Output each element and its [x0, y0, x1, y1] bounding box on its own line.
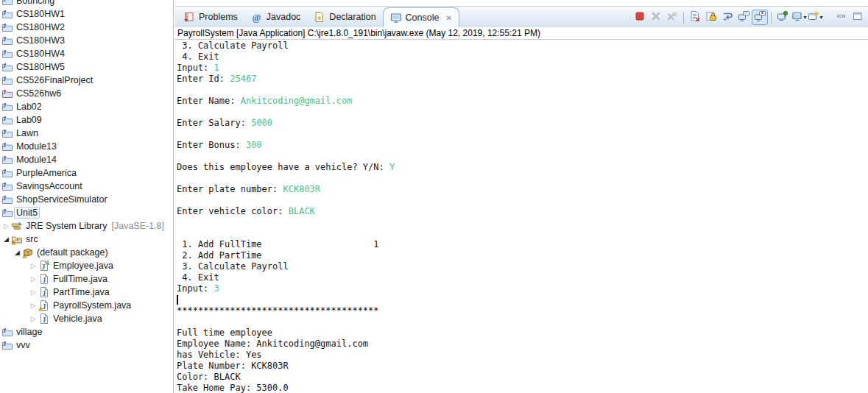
tab-javadoc[interactable]: @Javadoc: [244, 7, 308, 27]
console-line: Employee Name: Ankitcoding@gmail.com: [177, 339, 868, 350]
svg-text:J: J: [43, 277, 46, 284]
tree-item-unit5[interactable]: JUnit5: [0, 206, 173, 219]
expander-expanded-icon[interactable]: ◢: [13, 246, 22, 259]
console-line: Take Home Pay: 5300.0: [177, 383, 868, 393]
console-line: [177, 85, 868, 96]
tree-item-lawn[interactable]: JLawn: [0, 127, 173, 140]
display-console-button[interactable]: ▾: [791, 10, 807, 25]
view-window-buttons: [833, 10, 866, 25]
tree-item-label: CS180HW5: [14, 61, 67, 73]
tree-item-label: Vehicle.java: [51, 313, 105, 325]
show-stdout-button[interactable]: [735, 10, 752, 25]
show-stderr-button[interactable]: [752, 10, 768, 25]
pin-console-button[interactable]: [775, 10, 791, 25]
tree-item-village[interactable]: Jvillage: [0, 325, 173, 339]
clear-console-button[interactable]: [687, 10, 703, 25]
tree-item-label: Module13: [14, 141, 59, 152]
java-project-icon: J: [1, 74, 14, 86]
console-output[interactable]: 3. Calculate Payroll 4. ExitInput: 1Ente…: [174, 40, 868, 393]
tree-item-default-package[interactable]: ◢(default package): [0, 246, 173, 259]
tree-item-label: Lab09: [14, 114, 44, 126]
tree-item-cs526finalproject[interactable]: JCS526FinalProject: [0, 74, 173, 87]
open-console-button[interactable]: ▾: [807, 10, 823, 25]
tree-item-module14[interactable]: JModule14: [0, 153, 173, 166]
tree-item-vehicle-java[interactable]: ▷JVehicle.java: [0, 312, 173, 325]
console-line: [177, 151, 868, 162]
tree-item-label: Module14: [14, 154, 59, 166]
tree-item-payrollsystem-java[interactable]: ▷JPayrollSystem.java: [0, 299, 173, 312]
tab-label: Javadoc: [267, 12, 301, 22]
tree-item-label: PartTime.java: [51, 286, 112, 298]
tree-item-parttime-java[interactable]: ▷JPartTime.java: [0, 286, 173, 299]
tab-problems[interactable]: Problems: [177, 7, 244, 27]
tree-item-cs180hw1[interactable]: JCS180HW1: [0, 7, 173, 21]
tree-item-purpleamerica[interactable]: JPurpleAmerica: [0, 166, 173, 180]
open-console-icon: [808, 10, 819, 25]
java-file-warning-icon: J: [38, 300, 51, 311]
tree-item-jre-system-library[interactable]: ▷JRE System Library[JavaSE-1.8]: [0, 219, 173, 233]
remove-all-icon: [666, 10, 678, 25]
expander-collapsed-icon[interactable]: ▷: [29, 272, 38, 286]
tree-item-fulltime-java[interactable]: ▷JFullTime.java: [0, 272, 173, 286]
tree-item-bouncing[interactable]: JBouncing: [0, 0, 173, 7]
java-project-icon: J: [1, 167, 14, 179]
tree-item-employee-java[interactable]: ▷JAEmployee.java: [0, 259, 173, 272]
console-line: has Vehicle: Yes: [177, 350, 868, 361]
java-project-icon: J: [1, 326, 14, 338]
tree-item-cs526hw6[interactable]: JCS526hw6: [0, 87, 173, 100]
expander-collapsed-icon[interactable]: ▷: [29, 286, 38, 299]
tree-item-src[interactable]: ◢src: [0, 233, 173, 246]
expander-collapsed-icon[interactable]: ▷: [29, 259, 38, 272]
tree-item-label: CS526hw6: [14, 88, 63, 99]
console-line: Enter plate number: KCK803R: [177, 184, 868, 195]
tree-item-label: CS180HW4: [14, 48, 67, 60]
tree-item-cs180hw3[interactable]: JCS180HW3: [0, 34, 173, 47]
scroll-lock-button[interactable]: [703, 10, 719, 25]
tree-item-cs180hw4[interactable]: JCS180HW4: [0, 47, 173, 60]
remove-launch-button[interactable]: [648, 10, 664, 25]
remove-all-terminated-button[interactable]: [664, 10, 680, 25]
word-wrap-button[interactable]: [719, 10, 735, 25]
java-project-icon: J: [1, 339, 14, 351]
maximize-view-button[interactable]: [850, 10, 866, 25]
minimize-view-button[interactable]: [833, 10, 850, 25]
expander-expanded-icon[interactable]: ◢: [1, 233, 11, 246]
tree-item-label: PurpleAmerica: [14, 167, 79, 179]
tree-item-vvv[interactable]: Jvvv: [0, 339, 173, 352]
console-line: 2. Add PartTime: [177, 250, 868, 261]
package-explorer[interactable]: JBouncingJCS180HW1JCS180HW2JCS180HW3JCS1…: [0, 0, 174, 393]
svg-text:J: J: [43, 303, 46, 311]
svg-text:A: A: [46, 260, 50, 266]
scroll-lock-icon: [705, 10, 717, 25]
tree-item-label: src: [24, 233, 40, 245]
terminate-button[interactable]: [632, 10, 648, 25]
problems-icon: [183, 11, 195, 23]
tab-console[interactable]: Console✕: [383, 7, 459, 27]
minimize-icon: [836, 10, 847, 25]
tree-item-module13[interactable]: JModule13: [0, 140, 173, 153]
tree-item-label: Unit5: [14, 207, 40, 219]
tree-item-cs180hw5[interactable]: JCS180HW5: [0, 60, 173, 74]
console-line: [177, 195, 868, 206]
tree-item-savingsaccount[interactable]: JSavingsAccount: [0, 180, 173, 193]
toolbar-separator: [771, 12, 772, 24]
console-line: Enter Id: 25467: [177, 74, 868, 85]
expander-collapsed-icon[interactable]: ▷: [1, 219, 11, 233]
tree-item-label: JRE System Library: [24, 220, 109, 232]
tab-declaration[interactable]: Declaration: [307, 7, 382, 27]
close-icon[interactable]: ✕: [445, 14, 451, 22]
tree-item-shopservicesimulator[interactable]: JShopServiceSimulator: [0, 193, 173, 206]
tree-item-lab02[interactable]: JLab02: [0, 100, 173, 113]
tab-label: Console: [406, 13, 440, 23]
tab-label: Declaration: [329, 12, 375, 22]
java-project-icon: J: [1, 180, 14, 192]
console-line: Plate Number: KCK803R: [177, 361, 868, 372]
expander-collapsed-icon[interactable]: ▷: [29, 312, 38, 325]
chevron-down-icon[interactable]: ▾: [820, 14, 823, 21]
console-line: [177, 129, 868, 140]
tree-item-lab09[interactable]: JLab09: [0, 113, 173, 127]
expander-collapsed-icon[interactable]: ▷: [29, 299, 38, 312]
console-icon: [390, 12, 402, 24]
tree-item-cs180hw2[interactable]: JCS180HW2: [0, 21, 173, 34]
chevron-down-icon[interactable]: ▾: [804, 14, 807, 21]
